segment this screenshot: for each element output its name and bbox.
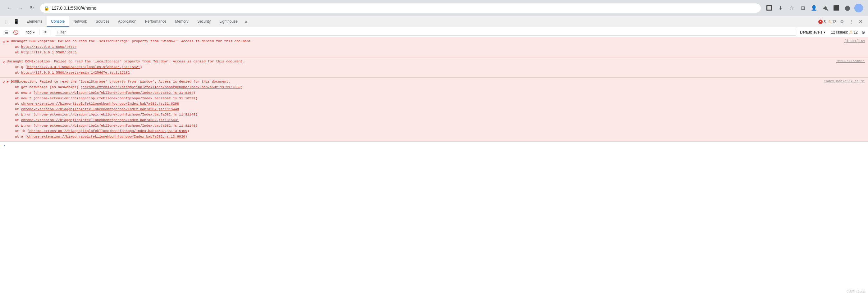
stack-line-3-2: at new a (chrome-extension://biaggnjibpl… — [15, 90, 865, 96]
error-msg-1: ▶ Uncaught DOMException: Failed to read … — [7, 39, 842, 44]
error-row-1: ✕ ▶ Uncaught DOMException: Failed to rea… — [2, 39, 865, 44]
tab-application[interactable]: Application — [114, 16, 141, 27]
error-icon-2: ✕ — [2, 60, 5, 65]
forward-button[interactable]: → — [16, 4, 25, 12]
prompt-arrow: › — [3, 143, 6, 148]
devtools-settings-icon[interactable]: ⚙ — [838, 18, 846, 26]
stack-link-3-2[interactable]: chrome-extension://biaggnjibplcfekllonek… — [35, 91, 193, 95]
error-dot: ✕ — [818, 20, 823, 24]
levels-label: Default levels — [800, 30, 822, 34]
console-clear-icon[interactable]: 🚫 — [12, 29, 19, 36]
error-stack-1: at http://127.0.0.1:5500/:64:4 at http:/… — [2, 44, 865, 55]
console-prompt-input[interactable] — [7, 144, 865, 148]
toolbar-divider-3 — [52, 30, 52, 35]
stack-line-2-2: at http://127.0.0.1:5500/assets/main-142… — [15, 70, 865, 76]
profile-icon-1[interactable]: 👤 — [810, 4, 818, 12]
stack-link-3-4[interactable]: chrome-extension://biaggnjibplcfekllonek… — [21, 102, 179, 106]
profile-icon-2[interactable]: ⬛ — [832, 4, 841, 12]
issues-warning-icon: ⚠ — [849, 30, 853, 34]
select-element-icon[interactable]: ⬚ — [4, 18, 11, 26]
device-mode-icon[interactable]: 📱 — [12, 18, 20, 26]
stack-line-3-5: at chrome-extension://biaggnjibplcfekllo… — [15, 107, 865, 112]
context-label: top — [26, 30, 32, 34]
issues-label: 12 Issues: — [831, 30, 848, 34]
error-count: 3 — [824, 20, 826, 24]
puzzle-icon[interactable]: 🔌 — [821, 4, 830, 12]
error-location-2[interactable]: :5500/#/home:1 — [836, 59, 865, 63]
browser-controls: ← → ↻ — [5, 4, 36, 12]
console-sidebar-icon[interactable]: ☰ — [2, 29, 10, 36]
security-icon: 🔒 — [44, 6, 49, 10]
error-row-3: ✕ ▶ DOMException: Failed to read the 'lo… — [2, 79, 865, 85]
stack-line-3-8: at W.run (chrome-extension://biaggnjibpl… — [15, 123, 865, 129]
extensions-icon[interactable]: 🔲 — [765, 4, 774, 12]
stack-line-3-7: at chrome-extension://biaggnjibplcfekllo… — [15, 118, 865, 123]
address-bar[interactable]: 🔒 127.0.0.1:5500/#/home — [40, 3, 761, 13]
bookmark-icon[interactable]: ☆ — [787, 4, 796, 12]
console-toolbar: ☰ 🚫 top ▾ 👁 Default levels ▾ 12 Issues: … — [0, 27, 868, 37]
user-icon[interactable]: ⬤ — [843, 4, 852, 12]
context-selector[interactable]: top ▾ — [25, 30, 37, 35]
tab-console[interactable]: Console — [46, 16, 69, 27]
issues-badge[interactable]: 12 Issues: ⚠ 12 — [829, 29, 860, 35]
error-row-2: ✕ Uncaught DOMException: Failed to read … — [2, 59, 865, 65]
console-eye-icon[interactable]: 👁 — [42, 29, 50, 36]
tab-security[interactable]: Security — [193, 16, 215, 27]
stack-link-1-1[interactable]: http://127.0.0.1:5500/:64:4 — [21, 45, 76, 49]
avatar[interactable] — [854, 4, 863, 12]
stack-link-1-2[interactable]: http://127.0.0.1:5500/:68:5 — [21, 51, 76, 54]
devtools-right-controls: ✕ 3 ⚠ 12 ⚙ ⋮ ✕ — [816, 16, 867, 27]
warning-icon: ⚠ — [828, 19, 831, 24]
new-tab-icon[interactable]: ⊞ — [798, 4, 807, 12]
stack-link-3-10[interactable]: chrome-extension://biaggnjibplcfekllonek… — [27, 135, 185, 138]
stack-link-2-1[interactable]: http://127.0.0.1:5500/assets/locales-9f3… — [27, 65, 140, 69]
tab-performance[interactable]: Performance — [141, 16, 171, 27]
console-prompt: › — [0, 141, 868, 150]
error-entry-2: ✕ Uncaught DOMException: Failed to read … — [0, 58, 868, 78]
tab-more-button[interactable]: » — [242, 16, 250, 27]
stack-link-3-8[interactable]: chrome-extension://biaggnjibplcfekllonek… — [35, 124, 195, 128]
stack-link-3-6[interactable]: chrome-extension://biaggnjibplcfekllonek… — [35, 113, 195, 117]
download-icon[interactable]: ⬇ — [776, 4, 785, 12]
levels-selector[interactable]: Default levels ▾ — [798, 30, 827, 35]
devtools-close-button[interactable]: ✕ — [857, 18, 864, 26]
error-entry-3: ✕ ▶ DOMException: Failed to read the 'lo… — [0, 78, 868, 141]
tab-memory[interactable]: Memory — [171, 16, 193, 27]
stack-link-2-2[interactable]: http://127.0.0.1:5500/assets/main-14256d… — [21, 71, 130, 74]
error-msg-2: Uncaught DOMException: Failed to read th… — [7, 59, 834, 64]
stack-line-1-2: at http://127.0.0.1:5500/:68:5 — [15, 50, 865, 56]
levels-arrow: ▾ — [824, 30, 826, 34]
devtools-panel: ⬚ 📱 Elements Console Network Sources App… — [0, 16, 868, 295]
stack-line-2-1: at Q (http://127.0.0.1:5500/assets/local… — [15, 65, 865, 70]
error-location-3[interactable]: Index.bab7a582.js:31 — [824, 79, 865, 83]
watermark: CSDN @豆品 — [846, 289, 866, 294]
tab-sources[interactable]: Sources — [91, 16, 114, 27]
devtools-more-icon[interactable]: ⋮ — [847, 18, 855, 26]
stack-link-3-5[interactable]: chrome-extension://biaggnjibplcfekllonek… — [21, 107, 179, 111]
stack-link-3-3[interactable]: chrome-extension://biaggnjibplcfekllonek… — [35, 97, 195, 100]
error-icon-3: ✕ — [2, 80, 5, 85]
tab-network[interactable]: Network — [69, 16, 91, 27]
stack-link-3-7[interactable]: chrome-extension://biaggnjibplcfekllonek… — [21, 118, 179, 122]
warning-badge[interactable]: ⚠ 12 — [828, 19, 836, 24]
context-arrow: ▾ — [33, 30, 35, 34]
stack-link-3-1[interactable]: chrome-extension://biaggnjibplcfekllonek… — [83, 86, 241, 89]
console-gear-icon[interactable]: ⚙ — [862, 30, 866, 35]
stack-link-3-9[interactable]: chrome-extension://biaggnjibplcfekllonek… — [29, 129, 187, 133]
error-location-1[interactable]: (index):64 — [844, 39, 865, 43]
error-badge[interactable]: ✕ 3 — [818, 20, 826, 24]
stack-line-3-6: at W.run (chrome-extension://biaggnjibpl… — [15, 112, 865, 118]
tab-list: Elements Console Network Sources Applica… — [22, 16, 816, 27]
console-content: ✕ ▶ Uncaught DOMException: Failed to rea… — [0, 37, 868, 295]
tab-lighthouse[interactable]: Lighthouse — [215, 16, 242, 27]
error-entry-1: ✕ ▶ Uncaught DOMException: Failed to rea… — [0, 37, 868, 58]
stack-line-1-1: at http://127.0.0.1:5500/:64:4 — [15, 44, 865, 50]
error-icon-1: ✕ — [2, 39, 5, 44]
stack-line-3-9: at Ib (chrome-extension://biaggnjibplcfe… — [15, 129, 865, 134]
issues-count: 12 — [854, 30, 858, 34]
browser-chrome: ← → ↻ 🔒 127.0.0.1:5500/#/home 🔲 ⬇ ☆ ⊞ 👤 … — [0, 0, 868, 16]
console-filter-input[interactable] — [55, 29, 796, 36]
back-button[interactable]: ← — [5, 4, 14, 12]
reload-button[interactable]: ↻ — [27, 4, 36, 12]
tab-elements[interactable]: Elements — [22, 16, 46, 27]
